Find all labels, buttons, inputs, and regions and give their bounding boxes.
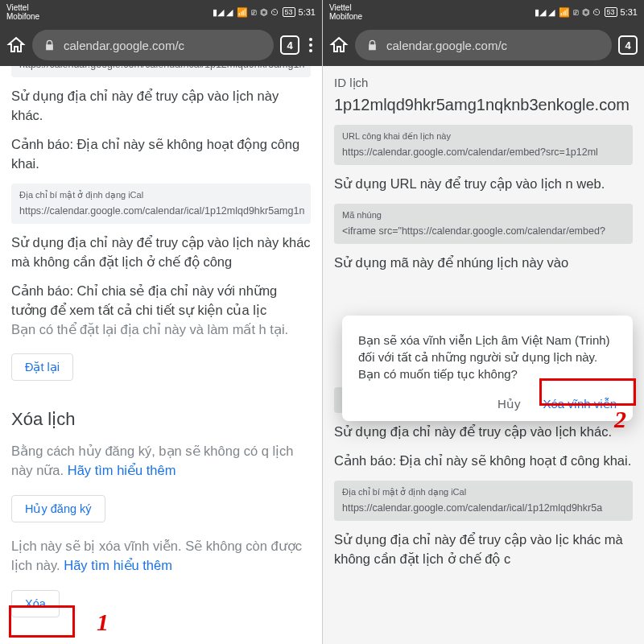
battery-icon: 53	[283, 7, 295, 17]
unsubscribe-text: Bằng cách hủy đăng ký, bạn sẽ không có q…	[11, 442, 311, 481]
step-number-2: 2	[614, 406, 626, 433]
signal-icon: ▮◢ ◢	[213, 7, 233, 18]
lock-icon	[43, 39, 56, 52]
step-number-1: 1	[97, 609, 109, 636]
url-value: https://calendar.google.com/calendar/ica…	[19, 66, 304, 70]
confirm-delete-dialog: Bạn sẽ xóa vĩnh viễn Lịch âm Việt Nam (T…	[342, 316, 633, 421]
carrier-1: Viettel	[6, 3, 39, 12]
ical-label: Địa chỉ bí mật ở định dạng iCal	[19, 189, 303, 202]
phone-right: Viettel Mobifone ▮◢ ◢ 📶 ⎚ ⏣ ⏲ 53 5:31 ca…	[322, 0, 644, 644]
unsubscribe-button[interactable]: Hủy đăng ký	[11, 495, 105, 522]
text-warning-1: Cảnh báo: Địa chỉ này sẽ không hoạt động…	[11, 135, 311, 174]
tab-switcher[interactable]: 4	[280, 35, 299, 55]
page-content: https://calendar.google.com/calendar/ica…	[0, 66, 322, 644]
wifi-icon: 📶	[237, 7, 248, 18]
url-bar[interactable]: calendar.google.com/c	[32, 30, 274, 60]
dialog-message: Bạn sẽ xóa vĩnh viễn Lịch âm Việt Nam (T…	[358, 332, 617, 382]
reset-button[interactable]: Đặt lại	[11, 353, 73, 381]
delete-button[interactable]: Xóa	[11, 590, 60, 617]
dialog-cancel-button[interactable]: Hủy	[497, 397, 520, 411]
menu-icon[interactable]	[306, 38, 316, 52]
text-use-address-1: Sử dụng địa chỉ này để truy cập vào lịch…	[11, 87, 311, 126]
ical-url: https://calendar.google.com/calendar/ica…	[19, 205, 304, 217]
status-bar: Viettel Mobifone ▮◢ ◢ 📶 ⎚ ⏣ ⏲ 53 5:31	[0, 0, 322, 24]
delete-permanent-text: Lịch này sẽ bị xóa vĩnh viễn. Sẽ không c…	[11, 537, 311, 576]
learn-more-link-2[interactable]: Hãy tìm hiểu thêm	[64, 558, 172, 572]
clock: 5:31	[299, 7, 316, 17]
url-box[interactable]: https://calendar.google.com/calendar/ica…	[11, 66, 311, 77]
alarm-icon: ⏣ ⏲	[260, 7, 279, 18]
cast-icon: ⎚	[251, 7, 257, 17]
dialog-confirm-button[interactable]: Xóa vĩnh viễn	[543, 397, 617, 411]
carrier-2: Mobifone	[6, 12, 39, 21]
learn-more-link-1[interactable]: Hãy tìm hiểu thêm	[68, 463, 176, 477]
delete-heading: Xóa lịch	[11, 407, 311, 432]
url-text: calendar.google.com/c	[64, 39, 184, 52]
home-icon[interactable]	[6, 35, 26, 55]
browser-toolbar: calendar.google.com/c 4	[0, 24, 322, 66]
phone-left: Viettel Mobifone ▮◢ ◢ 📶 ⎚ ⏣ ⏲ 53 5:31 ca…	[0, 0, 322, 644]
ical-box[interactable]: Địa chỉ bí mật ở định dạng iCal https://…	[11, 184, 311, 224]
text-use-address-2: Sử dụng địa chỉ này để truy cập vào lịch…	[11, 233, 311, 272]
text-warning-2: Cảnh báo: Chỉ chia sẻ địa chỉ này với nh…	[11, 282, 311, 340]
